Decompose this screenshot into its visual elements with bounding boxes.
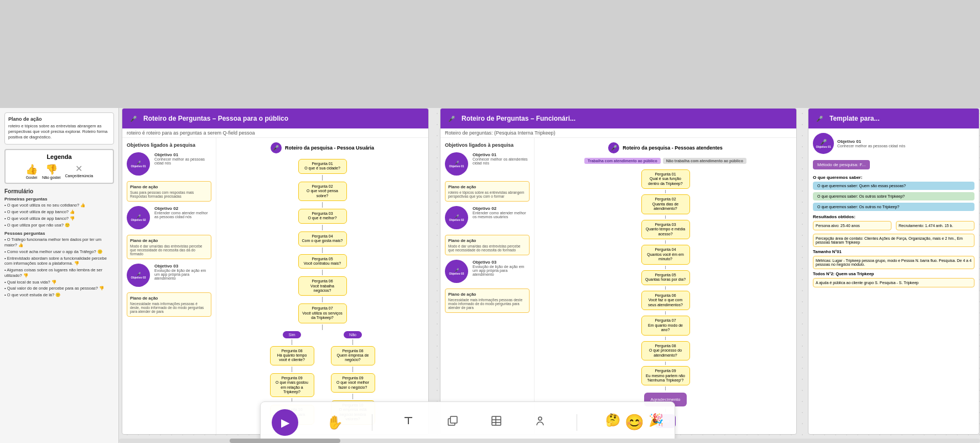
- section1-content: Objetivos ligados à pesquisa 🎤 Objetivo …: [122, 138, 428, 435]
- section2-obj-title: Objetivos ligados à pesquisa: [445, 142, 530, 148]
- scrollbar-thumb[interactable]: [230, 439, 340, 443]
- section1-obj2-circle: 🎤 Objetivo 02: [127, 206, 150, 229]
- s3-queremos-label: O que queremos saber:: [813, 175, 974, 180]
- section2-obj1-circle: 🎤 Objetivo 01: [445, 152, 468, 176]
- flow-q6: Pergunta 06Você trabalha negócios?: [298, 276, 347, 296]
- toolbar-divider1: [372, 414, 372, 431]
- s2-obj3-name: Objetivo 03: [473, 260, 530, 265]
- s2-line5: [665, 286, 666, 290]
- pq5: • Qual local de sua vida? 👎: [4, 280, 114, 285]
- canvas-area: Plano de ação roteiro e tópicos sobre as…: [0, 108, 980, 443]
- section2-plano1: Plano de ação roteiro e tópicos sobre as…: [445, 181, 530, 202]
- scrollbar-h[interactable]: [119, 439, 980, 443]
- q4: • O que utiliza por que não usa? 🙂: [4, 223, 114, 228]
- section2-header: 🎤 Roteiro de Perguntas – Funcionári...: [440, 109, 796, 128]
- pessoas-perguntas-section: Pessoas perguntas • O Tráfego funcionari…: [4, 231, 114, 298]
- plano2-header: Plano de ação: [130, 238, 208, 243]
- q1: • O que você utiliza os no seu cotidiano…: [4, 203, 114, 208]
- s2-plano2-text: Modo é dar uma/das das entrevistas perce…: [448, 244, 526, 252]
- s3-ajuda: A ajuda é pública ao cliente grupo S. Pe…: [813, 278, 974, 287]
- copy-tool[interactable]: [445, 413, 460, 431]
- obj1-desc: Conhecer melhor as pessoas cidad nós: [154, 157, 211, 165]
- s2-obj1-desc: Conhecer melhor os atendentes cidad nós: [473, 157, 530, 165]
- svg-rect-4: [492, 416, 501, 425]
- section2-plano2: Plano de ação Modo é dar uma/das das ent…: [445, 235, 530, 255]
- section3-panel: 🎤 Template para... 🎤 Objetivo 01 Objetiv…: [808, 108, 979, 435]
- s3-obj-icon: 🎤: [820, 139, 827, 145]
- s3-metodo-label: Método de pesquisa: F...: [813, 160, 870, 169]
- play-button[interactable]: ▶: [272, 409, 298, 436]
- atendentes-label-purple: Trabalha com atendimento ao público: [584, 158, 661, 164]
- plano3-header: Plano de ação: [130, 296, 208, 301]
- s2-q5: Pergunta 05Quantas horas por dia?: [641, 270, 690, 285]
- s2-line4: [665, 266, 666, 269]
- section1-obj1-row: 🎤 Objetivo 01 Objetivo 01 Conhecer melho…: [127, 152, 211, 176]
- nao-line2: [352, 367, 353, 372]
- section1-obj2-row: 🎤 Objetivo 02 Objetivo 02 Entender como …: [127, 206, 211, 229]
- line7: [322, 324, 323, 330]
- section2-obj1-text: Objetivo 01 Conhecer melhor os atendente…: [473, 152, 530, 165]
- flow-q1: Pergunta 01O que é sua cidade?: [298, 159, 347, 174]
- s2-obj3-label: Objetivo 03: [449, 272, 464, 275]
- s2-plano1-text: roteiro e tópicos sobre as entrevistas a…: [448, 190, 526, 198]
- branch-q8-sim: Pergunta 08Há quanto tempo você é client…: [270, 346, 314, 365]
- s2-q7: Pergunta 07Em quanto modo de ano?: [641, 316, 690, 335]
- section2-obj1-row: 🎤 Objetivo 01 Objetivo 01 Conhecer melho…: [445, 152, 530, 176]
- line3: [322, 225, 323, 230]
- section1-obj3-text: Objetivo 03 Evolução de lição de ação em…: [154, 264, 211, 280]
- person-tool[interactable]: [532, 413, 548, 431]
- play-icon: ▶: [281, 416, 289, 429]
- plano1-text: Suas para pessoas com respostas mais Res…: [130, 190, 208, 198]
- s2-q2: Pergunta 02Quanta dias de atendimento?: [641, 194, 690, 214]
- s2-obj2-label: Objetivo 02: [449, 218, 464, 222]
- section1-obj1-circle: 🎤 Objetivo 01: [127, 152, 150, 176]
- s2-obj1-label: Objetivo 01: [449, 164, 464, 168]
- cursor-tool[interactable]: ✋: [326, 415, 343, 430]
- table-tool[interactable]: [489, 413, 504, 431]
- obj2-label: Objetivo 02: [131, 218, 146, 222]
- text-tool[interactable]: [401, 413, 416, 431]
- atendentes-label-gray: Não trabalha com atendimento ao público: [663, 158, 746, 164]
- s3-resultado-row1: Persona alvo: 25-40 anos Recrutamento: 1…: [813, 221, 974, 230]
- section2-content: Objetivos ligados à pesquisa 🎤 Objetivo …: [440, 138, 796, 435]
- s2-plano1-header: Plano de ação: [448, 184, 526, 189]
- s2-line7: [665, 337, 666, 340]
- section1-plano2: Plano de ação Modo é dar uma/das das ent…: [127, 235, 211, 259]
- s2-flow-icon: 🎤: [608, 142, 619, 153]
- s3-queremos-q2: O que queremos saber: Os outros sobre Tr…: [813, 192, 974, 200]
- branch-q9-nao: Pergunta 09O que você melhor fazer o neg…: [331, 373, 375, 393]
- section2-objectives: Objetivos ligados à pesquisa 🎤 Objetivo …: [440, 138, 535, 435]
- section1-obj-title: Objetivos ligados à pesquisa: [127, 142, 211, 148]
- section1-obj1-text: Objetivo 01 Conhecer melhor as pessoas c…: [154, 152, 211, 165]
- obj2-desc: Entender como atender melhor as pessoas …: [154, 211, 211, 219]
- pq7: • O que você estuda de lá? 🙂: [4, 292, 114, 298]
- s2-q3: Pergunta 03Quanto tempo e média acesso?: [641, 220, 690, 239]
- section2-plano3: Plano de ação Necessidade mais informaçõ…: [445, 289, 530, 313]
- legenda-cancel: ✕ Cançe/denúncia: [65, 163, 93, 179]
- pq2: • Como você acha melhor usar o app da Tr…: [4, 249, 114, 255]
- pq4: • Algumas coisas sobre os lugares não le…: [4, 267, 114, 279]
- pq1: • O Tráfego funcionaria melhor tem dados…: [4, 237, 114, 248]
- emoji-think: 🤔: [605, 413, 620, 431]
- section2-flow: 🎤 Roteiro da pesquisa - Pessoas atendent…: [535, 138, 796, 435]
- s2-q9: Pergunta 09Eu mesmo partem não 'Nenhuma …: [641, 366, 690, 385]
- branch-nao-label: Não: [344, 331, 362, 338]
- section1-subtitle: roteiro é roteiro para as perguntas a se…: [122, 128, 428, 138]
- primeiras-label: Primeiras perguntas: [4, 197, 114, 202]
- svg-point-8: [538, 417, 542, 420]
- s2-plano2-header: Plano de ação: [448, 238, 526, 243]
- section2-obj3-text: Objetivo 03 Evolução de lição de ação em…: [473, 260, 530, 276]
- nao-line3: [352, 394, 353, 399]
- pq6: • Qual valor do de onde percebe para as …: [4, 286, 114, 291]
- section1-title: Roteiro de Perguntas – Pessoa para o púb…: [143, 115, 288, 122]
- s3-queremos-q3: O que queremos saber: Os outros no Tripk…: [813, 203, 974, 211]
- branch-q8-nao: Pergunta 08Quem empresa de negócio?: [331, 346, 375, 365]
- section2-obj3-row: 🎤 Objetivo 03 Objetivo 03 Evolução de li…: [445, 260, 530, 283]
- emoji-party: 🎉: [649, 413, 663, 431]
- s2-obj2-name: Objetivo 02: [473, 206, 530, 211]
- s2-obj3-desc: Evolução de lição de ação em um app próp…: [473, 265, 530, 276]
- section3-icon: 🎤: [813, 112, 826, 125]
- obj1-name: Objetivo 01: [154, 152, 211, 157]
- line6: [322, 297, 323, 302]
- s2-obj1-icon: 🎤: [455, 161, 459, 164]
